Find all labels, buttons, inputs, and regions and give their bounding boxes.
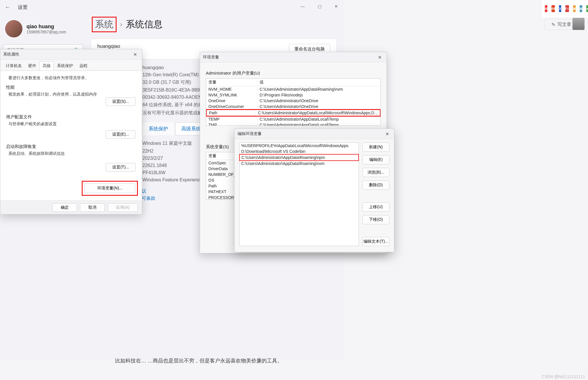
- path-list[interactable]: %USERPROFILE%\AppData\Local\Microsoft\Wi…: [239, 142, 359, 246]
- list-item[interactable]: %USERPROFILE%\AppData\Local\Microsoft\Wi…: [239, 143, 359, 149]
- system-properties-dialog: 系统属性 ✕ 计算机名 硬件 高级 系统保护 远程 要进行大多数更改，你必须作为…: [0, 49, 142, 214]
- calendar-icon[interactable]: 09: [551, 5, 555, 12]
- bookmarks-bar: M 09 X F≡ ≣ ⊞ ●: [542, 0, 588, 17]
- env-button-highlight: 环境变量(N)...: [82, 181, 138, 196]
- page-title: 系统信息: [126, 18, 163, 31]
- user-avatar-small[interactable]: [572, 18, 585, 30]
- watermark: CSDN @hq1111111111: [542, 374, 585, 379]
- cancel-button[interactable]: 取消: [80, 203, 105, 212]
- tabs: 计算机名 硬件 高级 系统保护 远程: [0, 61, 142, 71]
- chevron-right-icon: ›: [120, 20, 122, 29]
- down-button[interactable]: 下移(O): [362, 215, 389, 224]
- spec-value: 00342-30692-84070-AAOEM: [142, 95, 202, 100]
- maximize-button[interactable]: ▢: [311, 1, 328, 12]
- breadcrumb-parent[interactable]: 系统: [92, 17, 117, 32]
- back-button[interactable]: ←: [2, 2, 13, 12]
- dialog-title: 环境变量: [200, 52, 387, 62]
- tab-hardware[interactable]: 硬件: [25, 61, 39, 71]
- spec-value: Windows 11 家庭中文版: [142, 140, 192, 147]
- app-icon[interactable]: F≡: [565, 5, 569, 12]
- pencil-icon: ✎: [551, 22, 555, 27]
- startup-desc: 系统启动、系统故障和调试信息: [8, 151, 136, 156]
- col-variable: 变量: [206, 79, 257, 86]
- list-item-npm[interactable]: C:\Users\Administrator\AppData\Roaming\n…: [239, 154, 359, 161]
- profile-settings-button[interactable]: 设置(E)...: [106, 130, 136, 139]
- avatar: [5, 20, 22, 37]
- app-icon[interactable]: ≣: [573, 5, 576, 12]
- user-email: 1598957857@qq.com: [26, 30, 66, 34]
- user-vars-table[interactable]: 变量 值 NVM_HOMEC:\Users\Administrator\AppD…: [206, 78, 381, 126]
- profile-title: 用户配置文件: [6, 114, 136, 120]
- side-buttons: 新建(N) 编辑(E) 浏览(B)... 删除(D) 上移(U) 下移(O) 编…: [362, 142, 389, 246]
- gmail-icon[interactable]: M: [545, 5, 547, 12]
- tab-computer-name[interactable]: 计算机名: [3, 61, 25, 71]
- up-button[interactable]: 上移(U): [362, 202, 389, 212]
- dialog-body: 要进行大多数更改，你必须作为管理员登录。 性能 视觉效果，处理器计划，内存使用，…: [0, 71, 142, 208]
- device-name: huangqiao: [97, 43, 138, 49]
- table-row[interactable]: NVM_SYMLINKD:\Program Files\nodejs: [206, 92, 380, 98]
- edit-text-button[interactable]: 编辑文本(T)...: [362, 237, 389, 246]
- app-icon[interactable]: ●: [586, 5, 588, 12]
- user-profile[interactable]: qiao huang 1598957857@qq.com: [5, 20, 83, 37]
- table-row-path[interactable]: PathC:\Users\Administrator\AppData\Local…: [206, 109, 381, 117]
- list-item[interactable]: D:\Download\Microsoft VS Code\bin: [239, 149, 359, 154]
- spec-value: huangqiao: [142, 65, 164, 70]
- spec-value: 22621.1848: [142, 163, 167, 168]
- close-icon[interactable]: ✕: [130, 51, 140, 58]
- perf-title: 性能: [6, 85, 136, 90]
- tab-protection[interactable]: 系统保护: [54, 61, 76, 71]
- close-icon[interactable]: ✕: [382, 130, 392, 137]
- table-row[interactable]: OneDriveConsumerC:\Users\Administrator\O…: [206, 104, 380, 109]
- tab-system-protection[interactable]: 系统保护: [142, 122, 174, 135]
- startup-title: 启动和故障恢复: [6, 144, 136, 149]
- table-header: 变量 值: [206, 79, 380, 86]
- admin-note: 要进行大多数更改，你必须作为管理员登录。: [8, 75, 136, 81]
- breadcrumb: 系统 › 系统信息: [92, 17, 343, 32]
- app-icon[interactable]: ⊞: [580, 5, 582, 12]
- edit-button[interactable]: 编辑(E): [362, 155, 389, 164]
- window-controls: — ▢ ✕: [294, 1, 345, 12]
- close-button[interactable]: ✕: [328, 1, 345, 12]
- dialog-footer: 确定 取消 应用(A): [0, 200, 142, 214]
- tab-advanced[interactable]: 高级: [39, 61, 54, 71]
- footer-text: 比如科技在… …商品也是层出不穷，但是客户永远喜欢物美价廉的工具。: [115, 357, 345, 365]
- profile-desc: 与登录帐户相关的桌面设置: [8, 121, 136, 127]
- new-button[interactable]: 新建(N): [362, 142, 389, 152]
- spec-value: 22H2: [142, 149, 153, 154]
- close-icon[interactable]: ✕: [374, 54, 385, 61]
- ok-button[interactable]: 确定: [52, 203, 77, 212]
- app-icon[interactable]: X: [559, 5, 561, 12]
- write-label: 写文章: [557, 22, 571, 28]
- tab-remote[interactable]: 远程: [76, 61, 91, 71]
- browse-button[interactable]: 浏览(B)...: [362, 168, 389, 177]
- spec-value: PF418L6W: [142, 170, 165, 175]
- col-value: 值: [257, 79, 380, 86]
- dialog-title: 系统属性: [0, 49, 142, 60]
- table-row[interactable]: TEMPC:\Users\Administrator\AppData\Local…: [206, 116, 380, 122]
- titlebar: ← 设置 — ▢ ✕: [0, 0, 345, 14]
- table-row[interactable]: NVM_HOMEC:\Users\Administrator\AppData\R…: [206, 86, 380, 92]
- user-name: qiao huang: [26, 24, 66, 30]
- delete-button[interactable]: 删除(D): [362, 180, 389, 190]
- user-vars-label: Administrator 的用户变量(U): [206, 71, 387, 76]
- minimize-button[interactable]: —: [294, 1, 311, 12]
- apply-button[interactable]: 应用(A): [108, 203, 138, 212]
- spec-value: 32.0 GB (31.7 GB 可用): [142, 79, 191, 86]
- spec-value: 2023/2/27: [142, 156, 163, 161]
- perf-settings-button[interactable]: 设置(S)...: [106, 97, 136, 106]
- env-variables-button[interactable]: 环境变量(N)...: [84, 183, 135, 193]
- edit-env-dialog: 编辑环境变量 ✕ %USERPROFILE%\AppData\Local\Mic…: [234, 128, 394, 252]
- startup-settings-button[interactable]: 设置(T)...: [106, 163, 136, 172]
- table-row[interactable]: TMPC:\Users\Administrator\AppData\Local\…: [206, 122, 380, 126]
- perf-desc: 视觉效果，处理器计划，内存使用，以及虚拟内存: [8, 92, 136, 97]
- list-item[interactable]: C:\Users\Administrator\AppData\Roaming\n…: [239, 161, 359, 166]
- window-title: 设置: [18, 4, 28, 11]
- dialog-title: 编辑环境变量: [235, 129, 394, 139]
- table-row[interactable]: OneDriveC:\Users\Administrator\OneDrive: [206, 98, 380, 104]
